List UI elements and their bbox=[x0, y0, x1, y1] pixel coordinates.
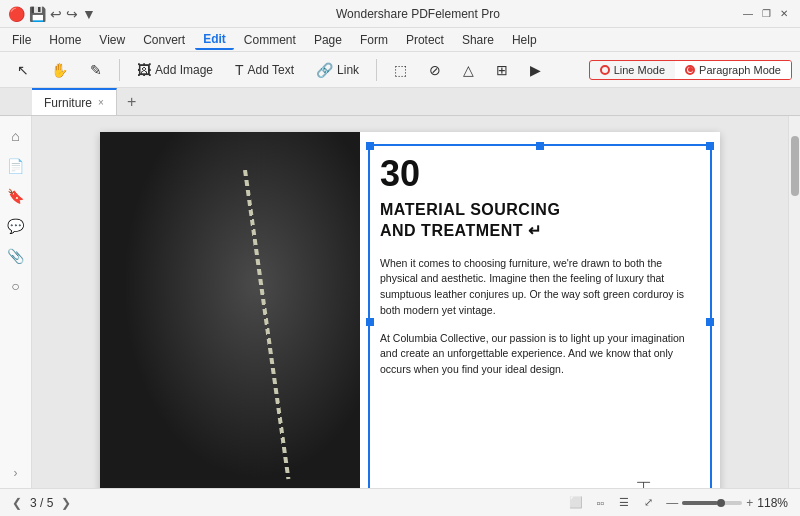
vertical-scrollbar[interactable] bbox=[788, 116, 800, 488]
next-page-button[interactable]: ❯ bbox=[61, 496, 71, 510]
restore-button[interactable]: ❐ bbox=[758, 6, 774, 22]
handle-mid-right[interactable] bbox=[706, 318, 714, 326]
left-sidebar: ⌂ 📄 🔖 💬 📎 ○ › bbox=[0, 116, 32, 488]
page-text-area[interactable]: 30 MATERIAL SOURCINGAND TREATMENT ↵ When… bbox=[360, 132, 720, 488]
zoom-slider[interactable] bbox=[682, 501, 742, 505]
link-button[interactable]: 🔗 Link bbox=[307, 58, 368, 82]
menu-share[interactable]: Share bbox=[454, 31, 502, 49]
text-icon: T bbox=[235, 62, 244, 78]
sidebar-pages-icon[interactable]: 📄 bbox=[4, 154, 28, 178]
handle-top-right[interactable] bbox=[706, 142, 714, 150]
handle-mid-left[interactable] bbox=[366, 318, 374, 326]
stitch-line bbox=[243, 170, 290, 479]
hand-icon: ✋ bbox=[51, 62, 68, 78]
menu-help[interactable]: Help bbox=[504, 31, 545, 49]
watermark-icon: ⊘ bbox=[429, 62, 441, 78]
add-text-button[interactable]: T Add Text bbox=[226, 58, 303, 82]
shape-tool[interactable]: △ bbox=[454, 58, 483, 82]
media-icon: ▶ bbox=[530, 62, 541, 78]
menu-form[interactable]: Form bbox=[352, 31, 396, 49]
select-tool[interactable]: ↖ bbox=[8, 58, 38, 82]
add-image-button[interactable]: 🖼 Add Image bbox=[128, 58, 222, 82]
pdf-canvas[interactable]: 30 MATERIAL SOURCINGAND TREATMENT ↵ When… bbox=[32, 116, 788, 488]
view-mode-icons: ⬜ ▫▫ ☰ ⤢ bbox=[566, 495, 658, 511]
handle-top-left[interactable] bbox=[366, 142, 374, 150]
new-tab-button[interactable]: + bbox=[117, 88, 146, 115]
page-number-display: 30 bbox=[380, 156, 700, 192]
sidebar-comment-icon[interactable]: 💬 bbox=[4, 214, 28, 238]
page-paragraph-2: At Columbia Collective, our passion is t… bbox=[380, 331, 700, 378]
view-double-icon[interactable]: ▫▫ bbox=[590, 495, 610, 511]
sidebar-collapse-button[interactable]: › bbox=[14, 466, 18, 480]
app-icon: 🔴 bbox=[8, 6, 25, 22]
redo-icon[interactable]: ↪ bbox=[66, 6, 78, 22]
zoom-fill bbox=[682, 501, 718, 505]
tab-close-button[interactable]: × bbox=[98, 97, 104, 108]
edit-icon: ✎ bbox=[90, 62, 102, 78]
sidebar-home-icon[interactable]: ⌂ bbox=[4, 124, 28, 148]
table-tool[interactable]: ⊞ bbox=[487, 58, 517, 82]
sidebar-search-icon[interactable]: ○ bbox=[4, 274, 28, 298]
add-text-label: Add Text bbox=[248, 63, 294, 77]
edit-tool[interactable]: ✎ bbox=[81, 58, 111, 82]
page-indicator: 3 / 5 bbox=[30, 496, 53, 510]
pdf-page: 30 MATERIAL SOURCINGAND TREATMENT ↵ When… bbox=[100, 132, 720, 488]
page-image bbox=[100, 132, 360, 488]
document-tab[interactable]: Furniture × bbox=[32, 88, 117, 115]
hand-tool[interactable]: ✋ bbox=[42, 58, 77, 82]
menu-edit[interactable]: Edit bbox=[195, 30, 234, 50]
title-bar: 🔴 💾 ↩ ↪ ▼ Wondershare PDFelement Pro — ❐… bbox=[0, 0, 800, 28]
menu-convert[interactable]: Convert bbox=[135, 31, 193, 49]
scroll-thumb[interactable] bbox=[791, 136, 799, 196]
window-title: Wondershare PDFelement Pro bbox=[96, 7, 740, 21]
image-icon: 🖼 bbox=[137, 62, 151, 78]
title-left-icons: 🔴 💾 ↩ ↪ ▼ bbox=[8, 6, 96, 22]
save-icon[interactable]: 💾 bbox=[29, 6, 46, 22]
zoom-control: — + 118% bbox=[666, 496, 788, 510]
menu-bar: File Home View Convert Edit Comment Page… bbox=[0, 28, 800, 52]
main-area: ⌂ 📄 🔖 💬 📎 ○ › bbox=[0, 116, 800, 488]
menu-page[interactable]: Page bbox=[306, 31, 350, 49]
undo-icon[interactable]: ↩ bbox=[50, 6, 62, 22]
zoom-out-button[interactable]: — bbox=[666, 496, 678, 510]
cursor-icon: ↖ bbox=[17, 62, 29, 78]
sep2 bbox=[376, 59, 377, 81]
menu-file[interactable]: File bbox=[4, 31, 39, 49]
paragraph-mode-label: Paragraph Mode bbox=[699, 64, 781, 76]
minimize-button[interactable]: — bbox=[740, 6, 756, 22]
tab-bar: Furniture × + bbox=[0, 88, 800, 116]
menu-view[interactable]: View bbox=[91, 31, 133, 49]
paragraph-mode-button[interactable]: Paragraph Mode bbox=[675, 61, 791, 79]
page-heading: MATERIAL SOURCINGAND TREATMENT ↵ bbox=[380, 200, 700, 242]
link-icon: 🔗 bbox=[316, 62, 333, 78]
link-label: Link bbox=[337, 63, 359, 77]
handle-top-mid[interactable] bbox=[536, 142, 544, 150]
edit-mode-group: Line Mode Paragraph Mode bbox=[589, 60, 792, 80]
menu-home[interactable]: Home bbox=[41, 31, 89, 49]
prev-page-button[interactable]: ❮ bbox=[12, 496, 22, 510]
view-scroll-icon[interactable]: ☰ bbox=[614, 495, 634, 511]
table-icon: ⊞ bbox=[496, 62, 508, 78]
sidebar-attachment-icon[interactable]: 📎 bbox=[4, 244, 28, 268]
line-mode-button[interactable]: Line Mode bbox=[590, 61, 675, 79]
shape-icon: △ bbox=[463, 62, 474, 78]
leather-texture bbox=[100, 132, 360, 488]
dropdown-icon[interactable]: ▼ bbox=[82, 6, 96, 22]
bottom-bar: ❮ 3 / 5 ❯ ⬜ ▫▫ ☰ ⤢ — + 118% bbox=[0, 488, 800, 516]
zoom-in-button[interactable]: + bbox=[746, 496, 753, 510]
close-button[interactable]: ✕ bbox=[776, 6, 792, 22]
watermark-tool[interactable]: ⊘ bbox=[420, 58, 450, 82]
tab-label: Furniture bbox=[44, 96, 92, 110]
zoom-level: 118% bbox=[757, 496, 788, 510]
window-controls: — ❐ ✕ bbox=[740, 6, 792, 22]
view-single-icon[interactable]: ⬜ bbox=[566, 495, 586, 511]
media-tool[interactable]: ▶ bbox=[521, 58, 550, 82]
zoom-thumb[interactable] bbox=[717, 499, 725, 507]
line-mode-label: Line Mode bbox=[614, 64, 665, 76]
crop-tool[interactable]: ⬚ bbox=[385, 58, 416, 82]
sidebar-bookmark-icon[interactable]: 🔖 bbox=[4, 184, 28, 208]
menu-comment[interactable]: Comment bbox=[236, 31, 304, 49]
menu-protect[interactable]: Protect bbox=[398, 31, 452, 49]
page-paragraph-1: When it comes to choosing furniture, we'… bbox=[380, 256, 700, 319]
view-fit-icon[interactable]: ⤢ bbox=[638, 495, 658, 511]
